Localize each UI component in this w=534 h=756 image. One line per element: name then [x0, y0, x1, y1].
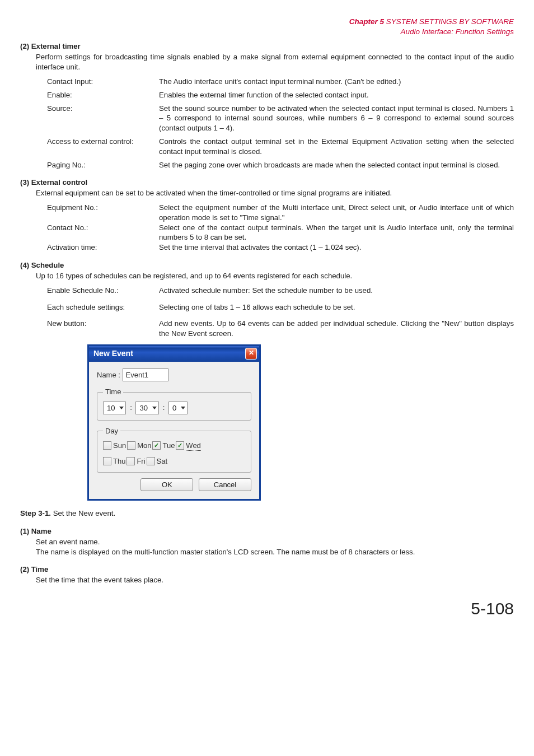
checkbox-icon: [127, 457, 135, 465]
def-row: Access to external control:Controls the …: [47, 137, 514, 157]
time-sep: :: [163, 403, 165, 412]
def-value: Set the paging zone over which broadcast…: [159, 160, 514, 170]
def-row: Enable:Enables the external timer functi…: [47, 90, 514, 100]
section-desc: Set an event name. The name is displayed…: [36, 537, 514, 557]
def-row: Paging No.:Set the paging zone over whic…: [47, 160, 514, 170]
day-label: Sun: [113, 441, 126, 451]
day-checkbox-mon[interactable]: Mon: [127, 441, 151, 451]
new-event-dialog: New Event ✕ Name : Event1 Time 10 : 30 :…: [87, 344, 261, 501]
day-checkbox-tue[interactable]: ✓Tue: [152, 441, 175, 451]
def-label: New button:: [47, 319, 159, 339]
time-minute-select[interactable]: 30: [135, 402, 158, 414]
dialog-body: Name : Event1 Time 10 : 30 : 0 Day Sun M…: [89, 362, 259, 499]
section-external-timer-heading: (2) External timer: [20, 41, 514, 52]
def-row: Enable Schedule No.:Activated schedule n…: [47, 286, 514, 296]
section-title: Name: [31, 527, 51, 535]
def-value: Controls the contact output terminal set…: [159, 137, 514, 157]
day-label: Sat: [157, 456, 168, 466]
checkbox-icon: [103, 457, 111, 465]
day-legend: Day: [103, 426, 120, 436]
def-row: New button:Add new events. Up to 64 even…: [47, 319, 514, 339]
new-event-dialog-container: New Event ✕ Name : Event1 Time 10 : 30 :…: [87, 344, 514, 501]
section-external-control-heading: (3) External control: [20, 178, 514, 188]
def-row: Contact Input:The Audio interface unit's…: [47, 77, 514, 87]
page-header: Chapter 5 SYSTEM SETTINGS BY SOFTWARE Au…: [20, 17, 514, 37]
def-label: Contact Input:: [47, 77, 159, 87]
section-num: (1): [20, 527, 29, 535]
section-name-heading: (1) Name: [20, 526, 514, 536]
def-value: Enables the external timer function of t…: [159, 90, 514, 100]
day-label: Thu: [113, 456, 125, 466]
cancel-button[interactable]: Cancel: [199, 478, 251, 492]
def-row: Source:Set the sound source number to be…: [47, 104, 514, 133]
def-value: Set the sound source number to be activa…: [159, 104, 514, 133]
def-value: Set the time interval that activates the…: [159, 242, 514, 253]
chevron-down-icon: [181, 407, 185, 409]
day-label: Mon: [137, 441, 151, 451]
def-row: Equipment No.:Select the equipment numbe…: [47, 203, 514, 223]
time-fieldset: Time 10 : 30 : 0: [97, 387, 251, 421]
definition-list: Enable Schedule No.:Activated schedule n…: [20, 286, 514, 339]
def-label: Enable Schedule No.:: [47, 286, 159, 296]
section-schedule-heading: (4) Schedule: [20, 260, 514, 270]
time-hour-value: 10: [107, 403, 115, 413]
name-row: Name : Event1: [97, 368, 251, 382]
chevron-down-icon: [152, 407, 157, 409]
def-label: Each schedule settings:: [47, 302, 159, 312]
time-second-value: 0: [172, 403, 176, 413]
def-row: Contact No.:Select one of the contact ou…: [47, 223, 514, 243]
def-value: Select the equipment number of the Multi…: [159, 203, 514, 223]
time-hour-select[interactable]: 10: [103, 402, 126, 414]
day-checkbox-sat[interactable]: Sat: [147, 456, 168, 466]
checkbox-icon: ✓: [176, 441, 184, 450]
day-checkbox-wed[interactable]: ✓Wed: [176, 441, 201, 451]
step-heading: Step 3-1. Set the New event.: [20, 508, 514, 519]
day-checkbox-thu[interactable]: Thu: [103, 456, 125, 466]
def-value: The Audio interface unit's contact input…: [159, 77, 514, 87]
button-row: OK Cancel: [97, 478, 251, 492]
name-input[interactable]: Event1: [123, 368, 168, 382]
checkbox-icon: [103, 441, 111, 450]
def-label: Equipment No.:: [47, 203, 159, 223]
chapter-title: SYSTEM SETTINGS BY SOFTWARE: [384, 17, 514, 26]
section-desc: External equipment can be set to be acti…: [36, 188, 514, 198]
time-second-select[interactable]: 0: [168, 402, 188, 414]
close-button[interactable]: ✕: [245, 348, 257, 360]
checkbox-icon: ✓: [152, 441, 161, 450]
definition-list: Contact Input:The Audio interface unit's…: [20, 77, 514, 170]
time-legend: Time: [103, 387, 123, 397]
def-label: Activation time:: [47, 242, 159, 253]
section-title: External control: [31, 178, 87, 186]
name-label: Name :: [97, 371, 120, 379]
day-label: Tue: [162, 441, 175, 451]
day-row: Sun Mon ✓Tue ✓Wed Thu Fri Sat: [103, 441, 245, 466]
def-label: Source:: [47, 104, 159, 133]
section-title: External timer: [31, 42, 81, 50]
day-fieldset: Day Sun Mon ✓Tue ✓Wed Thu Fri Sat: [97, 426, 251, 473]
day-checkbox-fri[interactable]: Fri: [127, 456, 145, 466]
def-value: Selecting one of tabs 1 – 16 allows each…: [159, 302, 514, 312]
page-number: 5-108: [20, 598, 514, 620]
def-value: Select one of the contact output termina…: [159, 223, 514, 243]
section-num: (3): [20, 178, 29, 186]
section-time-heading: (2) Time: [20, 564, 514, 575]
close-icon: ✕: [249, 349, 254, 357]
section-num: (2): [20, 42, 29, 50]
section-title: Schedule: [31, 261, 64, 269]
ok-button[interactable]: OK: [140, 478, 193, 492]
section-num: (4): [20, 261, 29, 269]
step-title: Step 3-1.: [20, 509, 51, 517]
day-checkbox-sun[interactable]: Sun: [103, 441, 126, 451]
definition-list: Equipment No.:Select the equipment numbe…: [20, 203, 514, 253]
dialog-titlebar[interactable]: New Event ✕: [89, 346, 259, 362]
section-title: Time: [31, 565, 49, 573]
section-desc: Up to 16 types of schedules can be regis…: [36, 271, 514, 281]
section-desc: Perform settings for broadcasting time s…: [36, 52, 514, 72]
step-text: Set the New event.: [53, 509, 115, 517]
dialog-title: New Event: [93, 348, 133, 359]
day-label: Wed: [186, 441, 201, 451]
def-row: Activation time:Set the time interval th…: [47, 242, 514, 253]
def-label: Enable:: [47, 90, 159, 100]
chapter-subtitle: Audio Interface: Function Settings: [20, 27, 514, 37]
checkbox-icon: [147, 457, 155, 465]
